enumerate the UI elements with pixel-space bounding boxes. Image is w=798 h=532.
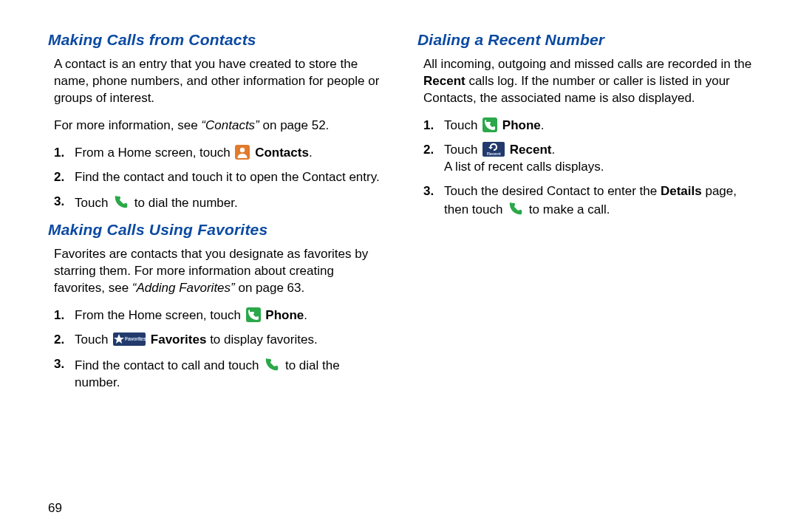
contacts-step-3: 3. Touch to dial the number.: [54, 194, 388, 212]
text: Touch: [75, 196, 112, 210]
recent-tab-icon: Recent: [482, 142, 505, 157]
text: to dial the number.: [134, 196, 238, 210]
step-body: Find the contact to call and touch to di…: [75, 356, 388, 392]
text: Find the contact to call and touch: [75, 358, 262, 372]
step-number: 1.: [54, 145, 75, 162]
step-body: Touch to dial the number.: [75, 194, 388, 212]
phone-app-icon: [482, 117, 497, 132]
step-body: From the Home screen, touch Phone.: [75, 307, 388, 324]
right-column: Dialing a Recent Number All incoming, ou…: [417, 30, 757, 471]
step-body: Touch Favorites Favorites to display fav…: [75, 332, 388, 349]
text: Touch the desired Contact to enter the: [444, 184, 661, 198]
step-number: 3.: [423, 183, 444, 200]
recent-badge-text: Recent: [482, 151, 505, 157]
dial-handset-icon: [508, 200, 524, 216]
section-heading-recent: Dialing a Recent Number: [417, 30, 757, 50]
text: Touch: [444, 143, 481, 157]
text: on page 63.: [235, 281, 305, 295]
favorites-label: Favorites: [151, 332, 207, 347]
text: .: [552, 143, 556, 157]
text: .: [309, 146, 313, 160]
contacts-app-icon: [235, 145, 250, 160]
phone-app-icon: [246, 307, 261, 322]
svg-marker-1: [114, 334, 124, 344]
favorites-step-1: 1. From the Home screen, touch Phone.: [54, 307, 388, 324]
recent-step-2: 2. Touch Recent Recent. A list of recent…: [423, 142, 757, 176]
recent-steps: 1. Touch Phone. 2. Touch: [417, 117, 757, 219]
step-number: 3.: [54, 194, 75, 211]
contacts-step-1: 1. From a Home screen, touch Contacts.: [54, 145, 388, 162]
step-body: Touch the desired Contact to enter the D…: [444, 183, 757, 219]
text: Touch: [444, 118, 481, 132]
step-body: Touch Recent Recent. A list of recent ca…: [444, 142, 757, 176]
step-body: From a Home screen, touch Contacts.: [75, 145, 388, 162]
step-body: Touch Phone.: [444, 117, 757, 134]
step-number: 2.: [54, 332, 75, 349]
recent-step-1: 1. Touch Phone.: [423, 117, 757, 134]
contacts-steps: 1. From a Home screen, touch Contacts. 2…: [48, 145, 388, 212]
favorites-step-2: 2. Touch Favorites Favorites to display …: [54, 332, 388, 349]
favorites-tab-icon: Favorites: [113, 332, 146, 346]
svg-point-0: [240, 148, 245, 152]
two-column-layout: Making Calls from Contacts A contact is …: [48, 30, 757, 471]
text: All incoming, outgoing and missed calls …: [423, 57, 751, 71]
section-heading-favorites: Making Calls Using Favorites: [48, 219, 388, 240]
crossref-title: “Contacts”: [201, 118, 259, 132]
dial-handset-icon: [113, 194, 129, 210]
left-column: Making Calls from Contacts A contact is …: [48, 30, 388, 471]
recent-bold: Recent: [423, 74, 466, 88]
contacts-label: Contacts: [255, 146, 309, 160]
text: calls log. If the number or caller is li…: [423, 74, 730, 105]
phone-label: Phone: [265, 308, 304, 322]
crossref-title: “Adding Favorites”: [132, 281, 235, 295]
section-heading-contacts: Making Calls from Contacts: [48, 30, 388, 50]
favorites-step-3: 3. Find the contact to call and touch to…: [54, 356, 388, 392]
recent-step-3: 3. Touch the desired Contact to enter th…: [423, 183, 757, 219]
text: to make a call.: [529, 202, 610, 216]
step-number: 1.: [54, 307, 75, 324]
dial-handset-icon: [264, 356, 280, 372]
recent-follow-text: A list of recent calls displays.: [444, 160, 604, 174]
contacts-intro: A contact is an entry that you have crea…: [48, 56, 388, 107]
step-body: Find the contact and touch it to open th…: [75, 169, 388, 186]
step-number: 1.: [423, 117, 444, 134]
contacts-step-2: 2. Find the contact and touch it to open…: [54, 169, 388, 186]
favorites-steps: 1. From the Home screen, touch Phone. 2.…: [48, 307, 388, 392]
text: From a Home screen, touch: [75, 146, 233, 160]
recent-intro: All incoming, outgoing and missed calls …: [417, 56, 757, 107]
text: .: [541, 118, 545, 132]
step-number: 3.: [54, 356, 75, 373]
text: to display favorites.: [206, 332, 317, 347]
manual-page: Making Calls from Contacts A contact is …: [0, 0, 798, 532]
text: From the Home screen, touch: [75, 308, 245, 322]
crossref-post: on page 52.: [259, 118, 330, 132]
crossref-pre: For more information, see: [54, 118, 201, 132]
text: Touch: [75, 332, 112, 347]
step-number: 2.: [54, 169, 75, 186]
text: .: [304, 308, 307, 322]
favorites-badge-text: Favorites: [125, 332, 144, 346]
recent-label: Recent: [510, 143, 552, 157]
contacts-crossref: For more information, see “Contacts” on …: [48, 117, 388, 134]
phone-label: Phone: [502, 118, 541, 132]
page-number: 69: [48, 471, 757, 517]
step-number: 2.: [423, 142, 444, 159]
favorites-intro: Favorites are contacts that you designat…: [48, 246, 388, 297]
details-bold: Details: [661, 184, 702, 198]
